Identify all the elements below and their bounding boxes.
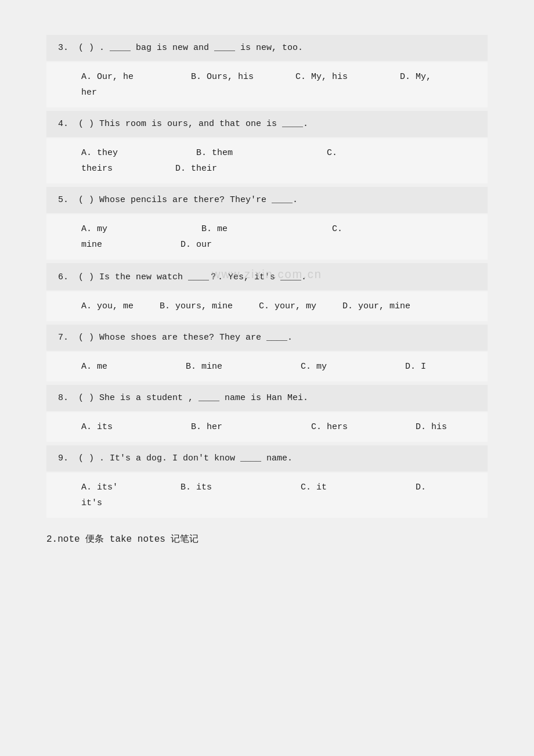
q9-content: ( ) . It's a dog. I don't know ____ name…: [78, 453, 293, 463]
question-5-text: 5. ( ) Whose pencils are there? They're …: [46, 187, 488, 213]
note-text: 2.note 便条 take notes 记笔记: [46, 534, 199, 545]
q9-answers: A. its' B. its C. it D. it's: [46, 473, 488, 518]
question-3: 3. ( ) . ____ bag is new and ____ is new…: [46, 35, 488, 107]
question-6-text: 6. ( ) Is the new watch ____？. Yes, it's…: [46, 263, 488, 290]
q4-answers: A. they B. them C. theirs D. their: [46, 138, 488, 183]
question-7-text: 7. ( ) Whose shoes are these? They are _…: [46, 325, 488, 351]
q4-number: 4.: [58, 119, 68, 129]
q8-number: 8.: [58, 393, 68, 403]
q5-number: 5.: [58, 195, 68, 205]
q5-content: ( ) Whose pencils are there? They're ___…: [78, 195, 298, 205]
question-6: 6. ( ) Is the new watch ____？. Yes, it's…: [46, 263, 488, 321]
question-3-text: 3. ( ) . ____ bag is new and ____ is new…: [46, 35, 488, 61]
q3-number: 3.: [58, 43, 68, 53]
question-4-text: 4. ( ) This room is ours, and that one i…: [46, 111, 488, 137]
question-9: 9. ( ) . It's a dog. I don't know ____ n…: [46, 445, 488, 518]
q7-number: 7.: [58, 333, 68, 343]
question-4: 4. ( ) This room is ours, and that one i…: [46, 111, 488, 183]
q3-answers: A. Our, he B. Ours, his C. My, his D. My…: [46, 62, 488, 107]
q6-answers: A. you, me B. yours, mine C. your, my D.…: [46, 291, 488, 321]
q6-number: 6.: [58, 272, 68, 282]
q6-content: ( ) Is the new watch ____？. Yes, it's __…: [78, 272, 306, 282]
q5-answers: A. my B. me C. mine D. our: [46, 214, 488, 260]
question-8-text: 8. ( ) She is a student , ____ name is H…: [46, 385, 488, 411]
q7-content: ( ) Whose shoes are these? They are ____…: [78, 333, 293, 343]
q8-content: ( ) She is a student , ____ name is Han …: [78, 393, 308, 403]
q9-number: 9.: [58, 453, 68, 463]
question-9-text: 9. ( ) . It's a dog. I don't know ____ n…: [46, 445, 488, 471]
q7-answers: A. me B. mine C. my D. I: [46, 352, 488, 381]
question-5: 5. ( ) Whose pencils are there? They're …: [46, 187, 488, 260]
q8-answers: A. its B. her C. hers D. his: [46, 412, 488, 442]
q3-bracket: ( ) . ____ bag is new and ____ is new, t…: [78, 43, 303, 53]
q4-content: ( ) This room is ours, and that one is _…: [78, 119, 308, 129]
question-8: 8. ( ) She is a student , ____ name is H…: [46, 385, 488, 442]
question-7: 7. ( ) Whose shoes are these? They are _…: [46, 325, 488, 381]
note-section: 2.note 便条 take notes 记笔记: [46, 521, 488, 545]
page-wrapper: 3. ( ) . ____ bag is new and ____ is new…: [46, 35, 488, 545]
